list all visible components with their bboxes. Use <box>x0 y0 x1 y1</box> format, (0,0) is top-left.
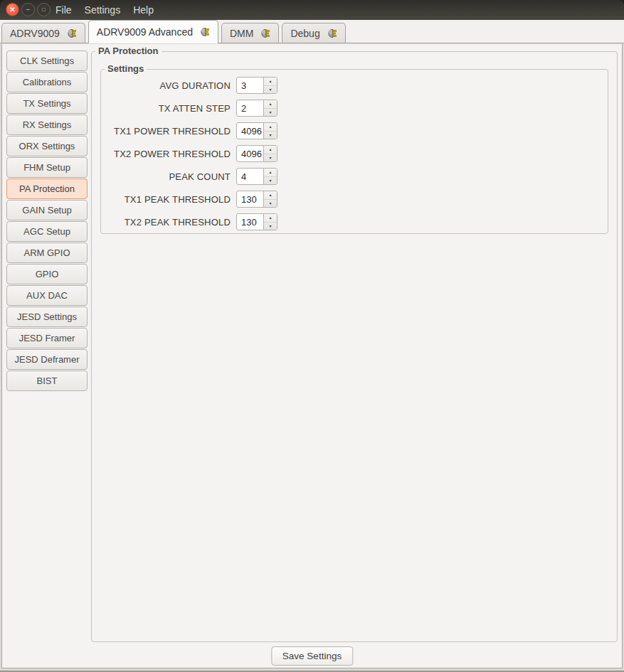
plug-icon <box>198 27 210 37</box>
chevron-up-icon: ▴ <box>269 215 271 220</box>
chevron-up-icon: ▴ <box>269 79 271 83</box>
field-row: TX ATTEN STEP ▴ ▾ <box>101 100 608 117</box>
sidebar-item-jesd-deframer[interactable]: JESD Deframer <box>6 349 88 370</box>
app-window: ✕ − □ File Settings Help ADRV9009 ADRV90… <box>0 0 624 672</box>
chevron-up-icon: ▴ <box>269 147 271 151</box>
field-label: TX2 POWER THRESHOLD <box>101 149 231 159</box>
tx-atten-step-spinbox: ▴ ▾ <box>236 100 277 117</box>
chevron-down-icon: ▾ <box>269 110 271 114</box>
sidebar-item-gain-setup[interactable]: GAIN Setup <box>6 200 88 220</box>
spin-down-button[interactable]: ▾ <box>264 223 277 230</box>
sidebar-item-jesd-framer[interactable]: JESD Framer <box>6 328 88 348</box>
spin-up-button[interactable]: ▴ <box>264 146 277 154</box>
spin-down-button[interactable]: ▾ <box>264 86 277 94</box>
spin-up-button[interactable]: ▴ <box>264 169 277 177</box>
field-label: TX1 POWER THRESHOLD <box>101 126 231 137</box>
tab-bar: ADRV9009 ADRV9009 Advanced DMM Debug <box>0 20 624 43</box>
spin-stepper: ▴ ▾ <box>263 123 277 139</box>
maximize-button[interactable]: □ <box>37 3 51 16</box>
field-label: TX1 PEAK THRESHOLD <box>101 194 231 205</box>
field-label: TX2 PEAK THRESHOLD <box>101 217 231 228</box>
sidebar-item-pa-protection[interactable]: PA Protection <box>6 178 88 199</box>
field-row: AVG DURATION ▴ ▾ <box>101 77 608 94</box>
sidebar-item-agc-setup[interactable]: AGC Setup <box>6 221 88 242</box>
tab-label: Debug <box>290 28 319 39</box>
spin-stepper: ▴ ▾ <box>263 146 277 161</box>
tx1-peak-threshold-spinbox: ▴ ▾ <box>236 191 277 208</box>
menubar: File Settings Help <box>55 0 160 20</box>
sidebar-item-calibrations[interactable]: Calibrations <box>6 72 88 92</box>
chevron-up-icon: ▴ <box>269 170 271 174</box>
minimize-icon: − <box>26 6 31 14</box>
groupbox-title: PA Protection <box>95 46 162 56</box>
avg-duration-input[interactable] <box>237 78 263 93</box>
spin-stepper: ▴ ▾ <box>263 100 277 116</box>
tab-page-content: CLK Settings Calibrations TX Settings RX… <box>1 44 623 668</box>
sidebar-item-arm-gpio[interactable]: ARM GPIO <box>6 242 88 263</box>
spin-down-button[interactable]: ▾ <box>264 177 277 185</box>
chevron-up-icon: ▴ <box>269 102 271 106</box>
spin-up-button[interactable]: ▴ <box>264 100 277 109</box>
tab-adrv9009[interactable]: ADRV9009 <box>1 23 85 43</box>
spin-up-button[interactable]: ▴ <box>264 78 277 86</box>
chevron-down-icon: ▾ <box>269 133 271 137</box>
sidebar-item-rx-settings[interactable]: RX Settings <box>6 114 88 135</box>
minimize-button[interactable]: − <box>21 3 35 16</box>
spin-down-button[interactable]: ▾ <box>264 109 277 117</box>
spin-up-button[interactable]: ▴ <box>264 191 277 200</box>
field-row: TX1 POWER THRESHOLD ▴ ▾ <box>101 122 608 139</box>
tx2-power-threshold-spinbox: ▴ ▾ <box>236 145 277 162</box>
sidebar-item-fhm-setup[interactable]: FHM Setup <box>6 157 88 178</box>
close-button[interactable]: ✕ <box>6 3 19 16</box>
sidebar-item-aux-dac[interactable]: AUX DAC <box>6 285 88 306</box>
tab-debug[interactable]: Debug <box>282 23 345 43</box>
chevron-down-icon: ▾ <box>269 224 271 228</box>
spin-down-button[interactable]: ▾ <box>264 200 277 208</box>
tab-adrv9009-advanced[interactable]: ADRV9009 Advanced <box>88 20 218 43</box>
chevron-up-icon: ▴ <box>269 124 271 129</box>
plug-icon <box>325 28 337 38</box>
sidebar-item-clk-settings[interactable]: CLK Settings <box>6 50 88 71</box>
spin-up-button[interactable]: ▴ <box>264 214 277 223</box>
peak-count-spinbox: ▴ ▾ <box>236 168 277 185</box>
tab-dmm[interactable]: DMM <box>221 23 279 43</box>
tx2-power-threshold-input[interactable] <box>237 146 263 161</box>
field-row: TX2 PEAK THRESHOLD ▴ ▾ <box>101 213 608 230</box>
field-row: TX1 PEAK THRESHOLD ▴ ▾ <box>101 191 608 208</box>
menu-help[interactable]: Help <box>127 0 160 20</box>
sidebar-item-bist[interactable]: BIST <box>6 370 88 391</box>
peak-count-input[interactable] <box>237 169 263 184</box>
chevron-down-icon: ▾ <box>269 201 271 206</box>
spin-up-button[interactable]: ▴ <box>264 123 277 132</box>
field-label: PEAK COUNT <box>101 171 231 182</box>
plug-icon <box>258 28 270 38</box>
tx2-peak-threshold-spinbox: ▴ ▾ <box>236 213 277 230</box>
titlebar: ✕ − □ File Settings Help <box>0 0 624 20</box>
field-row: TX2 POWER THRESHOLD ▴ ▾ <box>101 145 608 162</box>
tx2-peak-threshold-input[interactable] <box>237 214 263 230</box>
field-row: PEAK COUNT ▴ ▾ <box>101 168 608 185</box>
sidebar-item-orx-settings[interactable]: ORX Settings <box>6 136 88 156</box>
spin-stepper: ▴ ▾ <box>263 214 277 230</box>
settings-fields: AVG DURATION ▴ ▾ TX ATTEN STEP <box>101 77 608 230</box>
spin-down-button[interactable]: ▾ <box>264 132 277 139</box>
tx1-power-threshold-input[interactable] <box>237 123 263 139</box>
tab-label: ADRV9009 <box>10 28 60 39</box>
sidebar-item-gpio[interactable]: GPIO <box>6 264 88 284</box>
save-settings-button[interactable]: Save Settings <box>271 646 353 666</box>
tx1-peak-threshold-input[interactable] <box>237 191 263 207</box>
tab-label: DMM <box>230 28 253 39</box>
avg-duration-spinbox: ▴ ▾ <box>236 77 277 94</box>
maximize-icon: □ <box>42 7 46 13</box>
menu-file[interactable]: File <box>55 0 78 20</box>
settings-groupbox: Settings AVG DURATION ▴ ▾ TX <box>100 69 608 234</box>
tab-label: ADRV9009 Advanced <box>97 26 193 38</box>
chevron-down-icon: ▾ <box>269 87 271 92</box>
sidebar-item-tx-settings[interactable]: TX Settings <box>6 93 88 114</box>
chevron-up-icon: ▴ <box>269 193 271 197</box>
sidebar-item-jesd-settings[interactable]: JESD Settings <box>6 306 88 327</box>
spin-stepper: ▴ ▾ <box>263 78 277 93</box>
spin-down-button[interactable]: ▾ <box>264 154 277 162</box>
tx-atten-step-input[interactable] <box>237 100 263 116</box>
menu-settings[interactable]: Settings <box>78 0 127 20</box>
